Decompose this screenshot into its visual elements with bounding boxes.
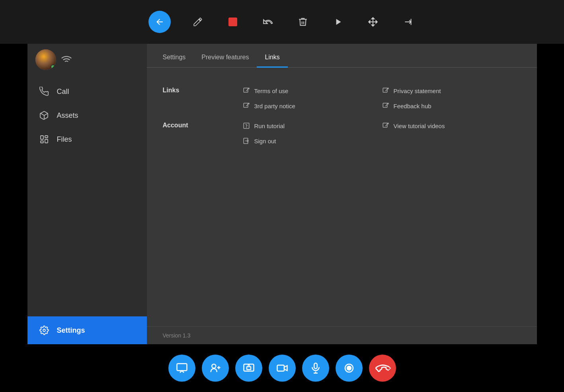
account-col1: Run tutorial Sign out — [242, 110, 382, 145]
svg-point-26 — [212, 364, 216, 368]
svg-marker-32 — [284, 366, 287, 371]
pin-button[interactable] — [400, 14, 416, 30]
sidebar-nav: Call Assets — [27, 76, 147, 316]
external-link-icon-4 — [382, 102, 390, 110]
run-tutorial-link[interactable]: Run tutorial — [242, 122, 382, 130]
sidebar-item-settings[interactable]: Settings — [27, 316, 147, 344]
signout-icon — [242, 137, 250, 145]
external-link-icon-2 — [242, 102, 250, 110]
account-section-label: Account — [163, 110, 242, 145]
undo-button[interactable] — [260, 14, 276, 30]
stop-button[interactable] — [225, 14, 241, 30]
files-label: Files — [57, 135, 72, 144]
sidebar-item-assets[interactable]: Assets — [27, 103, 147, 127]
svg-point-10 — [43, 329, 45, 332]
pointer-button[interactable] — [148, 11, 171, 33]
call-label: Call — [57, 88, 69, 96]
settings-icon — [39, 326, 50, 335]
top-toolbar — [0, 0, 564, 44]
svg-rect-6 — [41, 136, 43, 139]
move-button[interactable] — [365, 14, 381, 30]
question-icon — [242, 122, 250, 130]
chat-button[interactable] — [168, 355, 195, 382]
pen-button[interactable] — [190, 14, 206, 30]
bottom-toolbar — [0, 344, 564, 392]
svg-rect-31 — [277, 365, 284, 371]
version-text: Version 1.3 — [163, 332, 191, 339]
account-col2: View tutorial videos — [382, 110, 521, 145]
links-col2: Privacy statement Feedback hub — [382, 80, 521, 110]
tab-settings[interactable]: Settings — [155, 48, 194, 68]
assets-icon — [39, 111, 50, 120]
camera-button[interactable] — [269, 355, 296, 382]
sidebar-item-files[interactable]: Files — [27, 127, 147, 151]
version-bar: Version 1.3 — [147, 326, 537, 344]
avatar[interactable] — [35, 49, 56, 70]
sidebar: Call Assets — [27, 44, 147, 344]
svg-rect-8 — [45, 139, 48, 143]
svg-rect-7 — [45, 136, 48, 138]
add-participant-button[interactable] — [202, 355, 229, 382]
privacy-statement-link[interactable]: Privacy statement — [382, 87, 521, 95]
svg-point-20 — [246, 127, 246, 127]
record-button[interactable] — [336, 355, 363, 382]
call-icon — [39, 87, 50, 96]
svg-rect-9 — [41, 141, 43, 143]
assets-label: Assets — [57, 111, 78, 120]
tab-links[interactable]: Links — [257, 48, 287, 68]
view-tutorial-videos-link[interactable]: View tutorial videos — [382, 122, 521, 130]
third-party-notice-link[interactable]: 3rd party notice — [242, 102, 382, 110]
sign-out-link[interactable]: Sign out — [242, 137, 382, 145]
svg-point-37 — [347, 366, 351, 370]
svg-rect-25 — [177, 364, 187, 371]
svg-rect-30 — [247, 367, 251, 370]
sidebar-header — [27, 44, 147, 76]
share-screen-button[interactable] — [235, 355, 262, 382]
tabs-bar: Settings Preview features Links — [147, 44, 537, 68]
external-link-icon-5 — [382, 122, 390, 130]
signal-icon — [61, 54, 72, 65]
online-badge — [51, 64, 55, 69]
settings-label: Settings — [57, 326, 85, 335]
main-area: Call Assets — [27, 44, 537, 344]
sidebar-item-call[interactable]: Call — [27, 80, 147, 103]
external-link-icon-3 — [382, 87, 390, 95]
svg-rect-33 — [314, 363, 317, 369]
tab-preview[interactable]: Preview features — [193, 48, 257, 68]
content-area: Settings Preview features Links Links Te… — [147, 44, 537, 344]
feedback-hub-link[interactable]: Feedback hub — [382, 102, 521, 110]
files-icon — [39, 135, 50, 144]
play-button[interactable] — [330, 14, 346, 30]
mic-button[interactable] — [302, 355, 329, 382]
links-col1: Terms of use 3rd party notice — [242, 80, 382, 110]
terms-of-use-link[interactable]: Terms of use — [242, 87, 382, 95]
delete-button[interactable] — [295, 14, 311, 30]
content-body: Links Terms of use — [147, 68, 537, 326]
links-section-label: Links — [163, 80, 242, 110]
external-link-icon — [242, 87, 250, 95]
end-call-button[interactable] — [369, 355, 396, 382]
